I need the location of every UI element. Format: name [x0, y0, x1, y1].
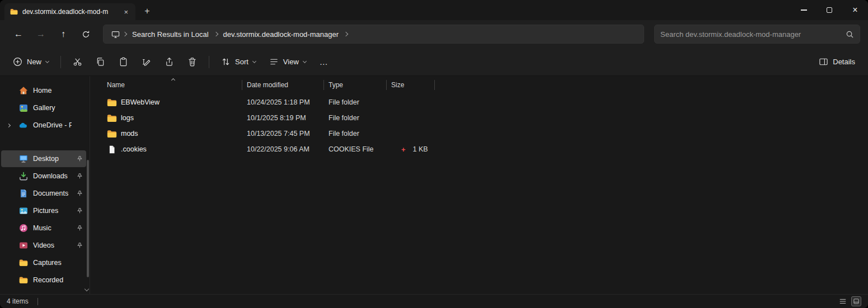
large-icons-view-toggle-icon[interactable]: [851, 296, 861, 306]
up-button[interactable]: ↑: [53, 25, 74, 44]
column-header-date-modified[interactable]: Date modified: [242, 80, 324, 90]
file-name: EBWebView: [121, 98, 159, 106]
address-bar[interactable]: Search Results in Local dev.stormix.dead…: [103, 25, 644, 44]
details-button-label: Details: [833, 58, 855, 66]
column-header-size[interactable]: Size: [387, 80, 435, 90]
chevron-down-icon: [45, 59, 49, 63]
file-date-modified: 10/22/2025 9:06 AM: [242, 145, 324, 153]
sidebar-item[interactable]: Gallery: [1, 99, 86, 116]
sidebar-item[interactable]: Pictures: [1, 202, 86, 219]
file-date-modified: 10/24/2025 1:18 PM: [242, 98, 324, 106]
minimize-icon: [801, 10, 807, 11]
file-row[interactable]: .cookies 10/22/2025 9:06 AM COOKIES File…: [90, 141, 868, 157]
sort-button[interactable]: Sort: [215, 52, 262, 72]
file-name: logs: [121, 114, 134, 122]
share-icon: [165, 57, 174, 67]
folder-icon: [107, 114, 117, 122]
sidebar-item[interactable]: Recorded: [1, 272, 86, 288]
share-button[interactable]: [158, 52, 180, 72]
details-view-toggle-icon[interactable]: [838, 296, 848, 306]
sidebar-item[interactable]: Documents: [1, 185, 86, 202]
scroll-down-icon[interactable]: [85, 287, 89, 291]
sidebar-item[interactable]: Home: [1, 82, 86, 99]
trash-icon: [187, 57, 197, 67]
cut-button[interactable]: [67, 52, 88, 72]
file-name: mods: [121, 130, 138, 138]
sidebar-item[interactable]: Music: [1, 220, 86, 236]
view-button[interactable]: View: [263, 52, 312, 72]
folder-icon: [10, 8, 18, 15]
file-list: EBWebView 10/24/2025 1:18 PM File folder…: [90, 94, 868, 157]
file-type: File folder: [324, 98, 387, 106]
content-area: Home Gallery OneDrive - Pers Desktop: [0, 76, 868, 294]
new-tab-button[interactable]: +: [140, 4, 154, 18]
pin-icon: [77, 173, 83, 179]
sidebar-item-label: Documents: [33, 189, 72, 197]
details-button[interactable]: Details: [813, 52, 861, 72]
details-pane-icon: [819, 57, 828, 67]
new-button[interactable]: New: [7, 52, 55, 72]
file-pane: Name Date modified Type Size EBWebView 1…: [90, 76, 868, 294]
forward-button[interactable]: →: [30, 25, 51, 44]
rename-icon: [142, 57, 151, 67]
onedrive-icon: [19, 121, 28, 130]
close-button[interactable]: ×: [842, 0, 868, 20]
column-header-type[interactable]: Type: [324, 80, 387, 90]
rename-button[interactable]: [135, 52, 157, 72]
sidebar-item-label: Downloads: [33, 172, 72, 180]
ellipsis-icon: …: [320, 57, 329, 67]
back-button[interactable]: ←: [8, 25, 29, 44]
folder-icon: [107, 130, 117, 138]
see-more-button[interactable]: …: [313, 52, 335, 72]
explorer-tab[interactable]: dev.stormix.deadlock-mod-m ×: [4, 3, 135, 20]
sidebar-item[interactable]: Downloads: [1, 168, 86, 184]
downloads-icon: [19, 172, 28, 181]
sidebar-item-label: Gallery: [33, 104, 72, 112]
paste-button[interactable]: [112, 52, 134, 72]
breadcrumb-item-current-folder[interactable]: dev.stormix.deadlock-mod-manager: [219, 28, 343, 41]
search-input[interactable]: [660, 30, 846, 39]
file-row[interactable]: EBWebView 10/24/2025 1:18 PM File folder: [90, 94, 868, 110]
sidebar-item[interactable]: Videos: [1, 237, 86, 254]
new-button-label: New: [27, 58, 41, 66]
refresh-icon: [82, 30, 90, 39]
chevron-down-icon: [252, 59, 256, 63]
toolbar-separator: [209, 56, 209, 68]
pin-icon: [77, 190, 83, 197]
sidebar-item-label: Music: [33, 224, 72, 232]
file-explorer-window: dev.stormix.deadlock-mod-m × + × ← → ↑ S…: [0, 0, 868, 308]
delete-button[interactable]: [181, 52, 203, 72]
sidebar-item[interactable]: Captures: [1, 254, 86, 271]
maximize-button[interactable]: [817, 0, 842, 20]
search-icon[interactable]: [846, 30, 854, 39]
minimize-button[interactable]: [791, 0, 817, 20]
status-bar: 4 items: [0, 294, 868, 308]
file-type: File folder: [324, 130, 387, 138]
window-controls: ×: [791, 0, 868, 20]
tab-title: dev.stormix.deadlock-mod-m: [22, 8, 118, 16]
home-icon: [19, 86, 28, 95]
chevron-right-icon: [213, 32, 218, 36]
expand-chevron-icon[interactable]: [7, 123, 11, 127]
documents-icon: [19, 189, 28, 198]
file-row[interactable]: mods 10/13/2025 7:45 PM File folder: [90, 126, 868, 141]
sort-icon: [221, 57, 231, 67]
pin-icon: [77, 155, 83, 162]
sync-status-icon: +: [401, 145, 406, 154]
sidebar-scrollbar-thumb[interactable]: [87, 160, 89, 277]
file-type: File folder: [324, 114, 387, 122]
refresh-button[interactable]: [75, 25, 96, 44]
copy-button[interactable]: [90, 52, 111, 72]
sidebar-item[interactable]: OneDrive - Pers: [1, 117, 86, 134]
breadcrumb-item-search-results[interactable]: Search Results in Local: [128, 28, 213, 41]
maximize-icon: [827, 7, 832, 13]
file-date-modified: 10/1/2025 8:19 PM: [242, 114, 324, 122]
folder-icon: [19, 258, 28, 267]
tab-close-icon[interactable]: ×: [122, 8, 130, 16]
desktop-icon: [19, 154, 28, 163]
videos-icon: [19, 241, 28, 250]
file-row[interactable]: logs 10/1/2025 8:19 PM File folder: [90, 110, 868, 126]
toolbar-separator: [60, 56, 61, 68]
cut-icon: [73, 57, 82, 67]
sidebar-item[interactable]: Desktop: [1, 150, 86, 167]
